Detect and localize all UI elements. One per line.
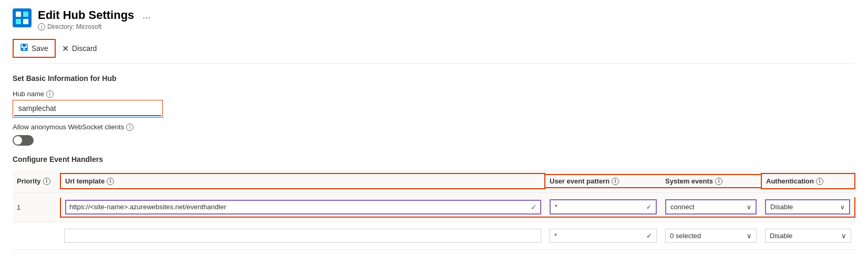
row1-url-wrapper[interactable]: ✓ xyxy=(65,200,541,214)
row1-user-event-cell: * ✓ xyxy=(545,197,661,218)
svg-rect-8 xyxy=(23,48,25,50)
row2-url-input[interactable] xyxy=(64,229,541,243)
row2-system-events-dropdown[interactable]: 0 selected ∨ xyxy=(665,229,757,243)
row2-priority xyxy=(13,234,60,238)
row1-auth-dropdown[interactable]: Disable ∨ xyxy=(765,199,850,214)
row2-auth-chevron-icon: ∨ xyxy=(841,232,846,240)
hub-name-label: Hub name xyxy=(13,90,44,98)
row2-user-event-dropdown[interactable]: * ✓ xyxy=(550,229,657,243)
row2-user-event-chevron-icon: ✓ xyxy=(646,232,652,240)
svg-rect-1 xyxy=(16,12,21,17)
app-icon xyxy=(13,8,32,27)
row2-system-events-cell: 0 selected ∨ xyxy=(661,227,761,245)
hub-name-info-icon[interactable]: i xyxy=(46,90,54,98)
save-label: Save xyxy=(32,44,48,53)
row1-user-event-chevron-icon: ✓ xyxy=(646,203,652,211)
page-title: Edit Hub Settings xyxy=(38,8,134,22)
row2-system-events-chevron-icon: ∨ xyxy=(747,232,752,240)
row2-user-event-cell: * ✓ xyxy=(545,227,661,245)
row1-system-events-cell: connect ∨ xyxy=(661,197,761,218)
row1-system-events-chevron-icon: ∨ xyxy=(747,203,751,211)
svg-rect-2 xyxy=(23,12,28,17)
row2-auth-dropdown[interactable]: Disable ∨ xyxy=(765,229,851,243)
table-header: Priority i Url template i User event pat… xyxy=(13,170,855,193)
row2-url-cell xyxy=(60,227,545,245)
row1-url-input[interactable] xyxy=(69,203,529,211)
directory-label: Directory: Microsoft xyxy=(47,23,101,30)
system-events-info-icon[interactable]: i xyxy=(715,178,722,185)
event-handlers-table: Priority i Url template i User event pat… xyxy=(13,170,855,250)
url-check-icon: ✓ xyxy=(531,203,537,211)
user-event-info-icon[interactable]: i xyxy=(612,178,619,185)
col-system-events: System events i xyxy=(661,174,761,188)
col-priority: Priority i xyxy=(13,174,60,188)
anon-info-icon[interactable]: i xyxy=(126,124,133,131)
svg-rect-6 xyxy=(23,44,26,47)
hub-name-input[interactable] xyxy=(14,101,161,116)
hub-name-wrapper xyxy=(13,100,163,118)
row2-auth-cell: Disable ∨ xyxy=(761,227,855,245)
priority-info-icon[interactable]: i xyxy=(43,178,50,185)
table-row: * ✓ 0 selected ∨ Disable ∨ xyxy=(13,222,855,250)
svg-rect-3 xyxy=(16,19,21,24)
anon-label-row: Allow anonymous WebSocket clients i xyxy=(13,123,855,131)
anon-label-text: Allow anonymous WebSocket clients xyxy=(13,123,124,131)
url-template-info-icon[interactable]: i xyxy=(107,178,114,185)
discard-button[interactable]: ✕ Discard xyxy=(56,40,103,57)
col-authentication: Authentication i xyxy=(761,173,855,189)
row1-priority: 1 xyxy=(13,201,60,213)
discard-icon: ✕ xyxy=(62,44,69,54)
row1-user-event-dropdown[interactable]: * ✓ xyxy=(550,199,657,214)
event-handlers-section-title: Configure Event Handlers xyxy=(13,155,855,163)
svg-rect-0 xyxy=(13,8,32,27)
basic-info-section-title: Set Basic Information for Hub xyxy=(13,74,855,83)
col-user-event-pattern: User event pattern i xyxy=(545,174,661,188)
row1-system-events-dropdown[interactable]: connect ∨ xyxy=(665,199,757,214)
auth-info-icon[interactable]: i xyxy=(816,178,823,185)
row1-auth-chevron-icon: ∨ xyxy=(840,203,845,211)
row1-auth-cell: Disable ∨ xyxy=(761,197,855,218)
table-row: 1 ✓ * ✓ connect ∨ Disable ∨ xyxy=(13,193,855,222)
more-options-icon[interactable]: ... xyxy=(142,10,150,21)
hub-name-label-row: Hub name i xyxy=(13,90,855,98)
col-url-template: Url template i xyxy=(60,173,545,189)
info-icon: i xyxy=(38,23,45,30)
save-icon xyxy=(20,43,28,54)
save-button[interactable]: Save xyxy=(13,39,56,58)
row1-url-cell: ✓ xyxy=(60,198,545,218)
svg-rect-4 xyxy=(23,19,28,24)
discard-label: Discard xyxy=(72,44,97,53)
anon-toggle[interactable] xyxy=(13,135,34,146)
